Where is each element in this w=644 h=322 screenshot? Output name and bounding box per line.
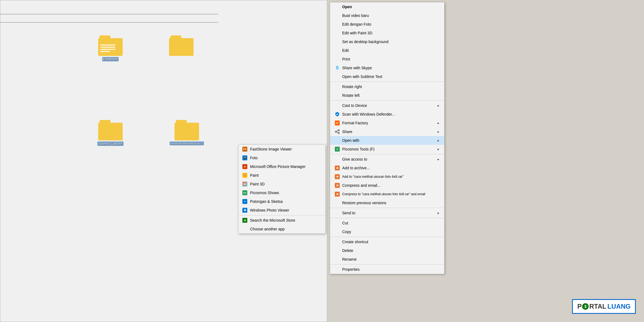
context-menu-cut[interactable]: Cut	[330, 219, 444, 227]
context-menu-format-factory[interactable]: FF Format Factory ►	[330, 119, 444, 127]
context-menu-properties[interactable]: Properties	[330, 265, 444, 274]
ms-store-label: Search the Microsoft Store	[250, 218, 295, 222]
share-arrow: ►	[437, 130, 440, 133]
folder-line	[100, 49, 115, 50]
submenu-choose-app[interactable]: Choose another app	[239, 225, 325, 233]
paint3d-label: Paint 3D	[250, 182, 265, 186]
context-menu-send-to[interactable]: Send to ►	[330, 209, 444, 217]
folder-feedback[interactable]: Feedback	[97, 35, 124, 61]
context-menu-edit[interactable]: Edit	[330, 46, 444, 55]
edit-paint3d-icon	[335, 30, 340, 36]
context-menu-edit-paint3d[interactable]: Edit with Paint 3D	[330, 29, 444, 37]
context-menu-rotate-right[interactable]: Rotate right	[330, 82, 444, 91]
context-menu-buat-video[interactable]: Buat video baru	[330, 11, 444, 20]
folder-pcosmos[interactable]: cosmos Capture	[97, 120, 124, 146]
context-menu-add-archive[interactable]: ▦ Add to archive...	[330, 164, 444, 172]
context-menu-compress-email[interactable]: ▦ Compress and email...	[330, 181, 444, 190]
paint3d-icon: 3D	[242, 181, 248, 187]
context-menu-scan-defender[interactable]: Scan with Windows Defender...	[330, 110, 444, 119]
separator-7	[330, 264, 444, 264]
rename-icon	[335, 257, 340, 262]
set-desktop-label: Set as desktop background	[342, 40, 440, 44]
compress-rar-icon-box: ▦	[335, 192, 340, 197]
submenu-paint[interactable]: 🎨 Paint	[239, 171, 325, 180]
submenu-ms-store[interactable]: ⊞ Search the Microsoft Store	[239, 216, 325, 225]
context-menu-delete[interactable]: Delete	[330, 246, 444, 255]
submenu-potongan[interactable]: ✂ Potongan & Sketsa	[239, 197, 325, 206]
context-menu-share-skype[interactable]: S Share with Skype	[330, 64, 444, 72]
context-menu-print[interactable]: Print	[330, 55, 444, 64]
picosmos-shows-icon: PS	[242, 190, 248, 196]
watermark-luang: LUANG	[607, 303, 631, 310]
context-menu-compress-rar-email[interactable]: ▦ Compress to "cara melihat ukuran foto …	[330, 190, 444, 198]
svg-point-1	[335, 131, 337, 133]
submenu-picosmos-shows[interactable]: PS Picosmos Shows	[239, 188, 325, 197]
context-menu-cast-device[interactable]: Cast to Device ►	[330, 101, 444, 110]
format-factory-icon: FF	[335, 120, 340, 126]
edit-paint3d-label: Edit with Paint 3D	[342, 31, 440, 35]
context-menu-open[interactable]: Open	[330, 2, 444, 11]
edit-label: Edit	[342, 48, 440, 53]
context-menu-edit-foto[interactable]: Edit dengan Foto	[330, 20, 444, 29]
context-menu-copy[interactable]: Copy	[330, 227, 444, 236]
folder-2[interactable]	[168, 35, 195, 56]
context-menu-picosmos-tools[interactable]: P Picosmos Tools (F) ►	[330, 145, 444, 154]
faststone-icon: FS	[242, 146, 248, 152]
submenu-faststone[interactable]: FS FastStone Image Viewer	[239, 145, 325, 154]
set-desktop-icon	[335, 39, 340, 44]
rotate-left-label: Rotate left	[342, 93, 440, 98]
submenu-windows-photo[interactable]: 🖼 Windows Photo Viewer	[239, 206, 325, 215]
share-skype-label: Share with Skype	[342, 66, 440, 70]
print-label: Print	[342, 57, 440, 61]
send-to-icon	[335, 210, 340, 216]
buat-video-icon	[335, 13, 340, 18]
context-menu-create-shortcut[interactable]: Create shortcut	[330, 237, 444, 246]
format-factory-label: Format Factory	[342, 121, 437, 125]
ms-store-icon-box: ⊞	[242, 218, 247, 223]
context-menu-restore-versions[interactable]: Restore previous versions	[330, 198, 444, 207]
compress-email-icon: ▦	[335, 183, 340, 188]
folder-body	[174, 123, 199, 140]
defender-icon	[335, 112, 340, 117]
context-menu-give-access[interactable]: Give access to ►	[330, 155, 444, 164]
picosmos-shows-box: PS	[242, 190, 247, 195]
picosmos-icon-box: P	[335, 147, 340, 152]
potongan-icon-box: ✂	[242, 199, 247, 204]
folder-lines	[100, 44, 115, 53]
rotate-right-icon	[335, 84, 340, 89]
share-label: Share	[342, 130, 437, 134]
defender-svg	[335, 112, 340, 117]
picosmos-tools-arrow: ►	[437, 148, 440, 151]
context-menu-rename[interactable]: Rename	[330, 255, 444, 264]
submenu-foto[interactable]: 📷 Foto	[239, 154, 325, 162]
give-access-arrow: ►	[437, 158, 440, 161]
context-menu-set-desktop[interactable]: Set as desktop background	[330, 37, 444, 46]
potongan-icon: ✂	[242, 198, 248, 204]
folder-line	[100, 44, 115, 46]
share-icon	[335, 129, 340, 134]
window-strip-1	[0, 14, 218, 14]
send-to-arrow: ►	[437, 212, 440, 215]
properties-label: Properties	[342, 267, 440, 272]
skype-icon: S	[335, 65, 340, 71]
folder-surat[interactable]: surat lamaran kerja gu...	[168, 120, 206, 145]
context-menu-share[interactable]: Share ►	[330, 127, 444, 136]
context-menu-open-sublime[interactable]: Open with Sublime Text	[330, 72, 444, 81]
windows-photo-label: Windows Photo Viewer	[250, 208, 289, 212]
create-shortcut-icon	[335, 239, 340, 245]
print-icon	[335, 56, 340, 62]
submenu-ms-office-picture[interactable]: M Microsoft Office Picture Manager	[239, 162, 325, 171]
watermark-ortal: RTAL	[589, 303, 606, 310]
msoffice-icon: M	[242, 164, 248, 170]
restore-versions-icon	[335, 200, 340, 206]
folder-label: cosmos Capture	[97, 142, 123, 146]
edit-foto-icon	[335, 22, 340, 27]
cast-device-label: Cast to Device	[342, 103, 437, 108]
context-menu-rotate-left[interactable]: Rotate left	[330, 91, 444, 100]
context-menu-add-rar[interactable]: ▦ Add to "cara melihat ukuran foto 4x6.r…	[330, 172, 444, 181]
context-menu-open-with[interactable]: Open with ►	[330, 136, 444, 145]
submenu-paint3d[interactable]: 3D Paint 3D	[239, 180, 325, 188]
submenu-open-with: FS FastStone Image Viewer 📷 Foto M Micro…	[238, 145, 326, 234]
ms-office-picture-label: Microsoft Office Picture Manager	[250, 164, 306, 169]
separator-3	[330, 154, 444, 154]
